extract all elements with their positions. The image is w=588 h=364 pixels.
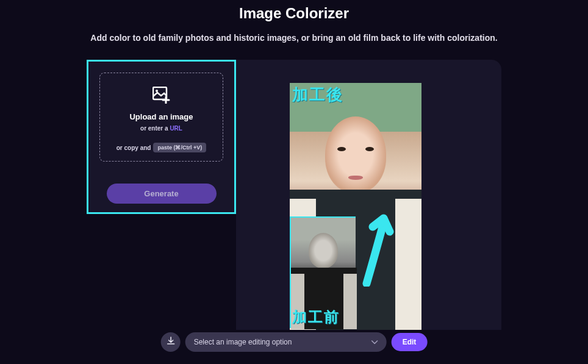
preview-panel: 加工後 加工前 bbox=[236, 60, 501, 330]
download-button[interactable] bbox=[161, 332, 181, 352]
bottom-bar: Select an image editing option Edit bbox=[161, 332, 428, 352]
label-before: 加工前 bbox=[292, 307, 340, 327]
main-container: Upload an image or enter a URL or copy a… bbox=[87, 60, 501, 330]
page-subtitle: Add color to old family photos and histo… bbox=[0, 33, 588, 43]
upload-or-url-text: or enter a URL bbox=[105, 125, 218, 132]
page-title: Image Colorizer bbox=[0, 0, 588, 22]
generate-button[interactable]: Generate bbox=[107, 184, 217, 204]
edit-button[interactable]: Edit bbox=[392, 333, 428, 351]
paste-instruction: or copy and paste (⌘/Ctrl +V) bbox=[105, 143, 218, 152]
arrow-icon bbox=[359, 213, 396, 289]
or-enter-label: or enter a bbox=[140, 125, 168, 132]
paste-shortcut-badge: paste (⌘/Ctrl +V) bbox=[153, 143, 206, 152]
edit-option-select[interactable]: Select an image editing option bbox=[185, 332, 387, 352]
upload-dropzone[interactable]: Upload an image or enter a URL or copy a… bbox=[99, 73, 223, 162]
preview-image: 加工後 加工前 bbox=[290, 83, 421, 328]
download-icon bbox=[166, 337, 175, 348]
label-after: 加工後 bbox=[292, 84, 343, 105]
upload-title: Upload an image bbox=[105, 112, 218, 121]
upload-panel: Upload an image or enter a URL or copy a… bbox=[87, 60, 236, 214]
copy-and-label: or copy and bbox=[117, 145, 151, 151]
upload-image-icon bbox=[152, 87, 171, 106]
chevron-down-icon bbox=[371, 338, 378, 346]
url-link[interactable]: URL bbox=[170, 125, 182, 132]
svg-point-1 bbox=[156, 90, 158, 92]
select-placeholder: Select an image editing option bbox=[194, 338, 292, 346]
